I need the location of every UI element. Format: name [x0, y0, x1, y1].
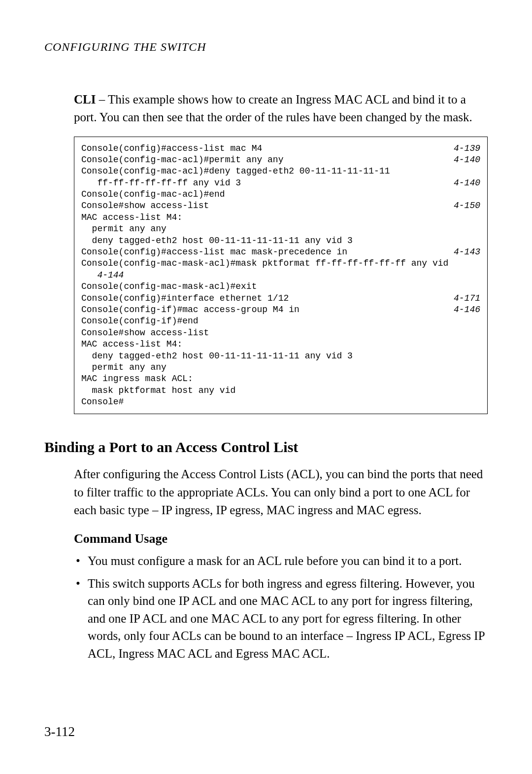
- code-command: MAC ingress mask ACL:: [81, 373, 193, 385]
- code-line: Console#show access-list4-150: [81, 200, 480, 211]
- list-item: You must configure a mask for an ACL rul…: [74, 552, 488, 570]
- code-line: ff-ff-ff-ff-ff-ff any vid 34-140: [81, 177, 480, 189]
- code-line: Console(config)#access-list mac M44-139: [81, 143, 480, 154]
- code-reference: 4-140: [454, 177, 480, 189]
- code-reference: 4-139: [454, 143, 480, 154]
- code-reference: 4-140: [454, 154, 480, 166]
- code-command: mask pktformat host any vid: [81, 385, 235, 396]
- code-command: Console(config-mac-acl)#deny tagged-eth2…: [81, 166, 390, 177]
- code-reference: 4-150: [454, 200, 480, 211]
- code-line: deny tagged-eth2 host 00-11-11-11-11-11 …: [81, 351, 480, 362]
- code-command: Console(config-mac-mask-acl)#exit: [81, 281, 257, 292]
- command-usage-heading: Command Usage: [74, 531, 488, 546]
- code-line: Console(config-mac-acl)#permit any any4-…: [81, 154, 480, 166]
- code-line: Console(config-if)#mac access-group M4 i…: [81, 304, 480, 316]
- code-line: Console(config-mac-mask-acl)#exit: [81, 281, 480, 292]
- code-line: mask pktformat host any vid: [81, 385, 480, 396]
- code-command: Console#show access-list: [81, 200, 209, 211]
- section-heading: Binding a Port to an Access Control List: [44, 439, 488, 456]
- code-line: permit any any: [81, 362, 480, 373]
- code-command: Console(config-mac-acl)#end: [81, 189, 225, 200]
- header-text: CONFIGURING THE SWITCH: [44, 40, 206, 53]
- code-command: Console#: [81, 396, 124, 408]
- code-line: 4-144: [81, 270, 480, 281]
- code-line: MAC access-list M4:: [81, 212, 480, 223]
- code-line: Console(config)#access-list mac mask-pre…: [81, 246, 480, 258]
- code-command: Console(config)#interface ethernet 1/12: [81, 293, 289, 304]
- code-command: 4-144: [81, 270, 124, 281]
- code-command: ff-ff-ff-ff-ff-ff any vid 3: [81, 177, 241, 189]
- code-line: Console(config)#interface ethernet 1/124…: [81, 293, 480, 304]
- code-line: Console(config-if)#end: [81, 316, 480, 327]
- code-line: MAC access-list M4:: [81, 339, 480, 350]
- code-command: MAC access-list M4:: [81, 339, 182, 350]
- running-header: CONFIGURING THE SWITCH: [44, 40, 488, 54]
- code-command: Console#show access-list: [81, 327, 209, 339]
- console-code-block: Console(config)#access-list mac M44-139C…: [74, 137, 488, 415]
- code-command: Console(config-if)#mac access-group M4 i…: [81, 304, 299, 316]
- code-command: permit any any: [81, 362, 166, 373]
- code-line: Console(config-mac-mask-acl)#mask pktfor…: [81, 258, 480, 269]
- code-command: Console(config)#access-list mac M4: [81, 143, 262, 154]
- code-command: Console(config)#access-list mac mask-pre…: [81, 246, 347, 258]
- intro-remainder: – This example shows how to create an In…: [74, 93, 472, 124]
- code-line: Console(config-mac-acl)#deny tagged-eth2…: [81, 166, 480, 177]
- code-command: Console(config-mac-mask-acl)#mask pktfor…: [81, 258, 448, 269]
- code-line: MAC ingress mask ACL:: [81, 373, 480, 385]
- code-command: MAC access-list M4:: [81, 212, 182, 223]
- code-line: deny tagged-eth2 host 00-11-11-11-11-11 …: [81, 235, 480, 246]
- list-item: This switch supports ACLs for both ingre…: [74, 575, 488, 663]
- section-body: After configuring the Access Control Lis…: [74, 465, 488, 519]
- code-command: permit any any: [81, 223, 166, 235]
- intro-bold-label: CLI: [74, 93, 96, 106]
- code-line: Console(config-mac-acl)#end: [81, 189, 480, 200]
- code-command: deny tagged-eth2 host 00-11-11-11-11-11 …: [81, 351, 353, 362]
- code-reference: 4-146: [454, 304, 480, 316]
- page-number: 3-112: [44, 724, 75, 739]
- code-reference: 4-171: [454, 293, 480, 304]
- code-command: deny tagged-eth2 host 00-11-11-11-11-11 …: [81, 235, 353, 246]
- code-line: permit any any: [81, 223, 480, 235]
- intro-paragraph: CLI – This example shows how to create a…: [74, 91, 488, 127]
- code-line: Console#show access-list: [81, 327, 480, 339]
- code-reference: 4-143: [454, 246, 480, 258]
- code-line: Console#: [81, 396, 480, 408]
- code-command: Console(config-if)#end: [81, 316, 199, 327]
- command-usage-list: You must configure a mask for an ACL rul…: [74, 552, 488, 662]
- code-command: Console(config-mac-acl)#permit any any: [81, 154, 283, 166]
- page-content: CONFIGURING THE SWITCH CLI – This exampl…: [0, 0, 532, 662]
